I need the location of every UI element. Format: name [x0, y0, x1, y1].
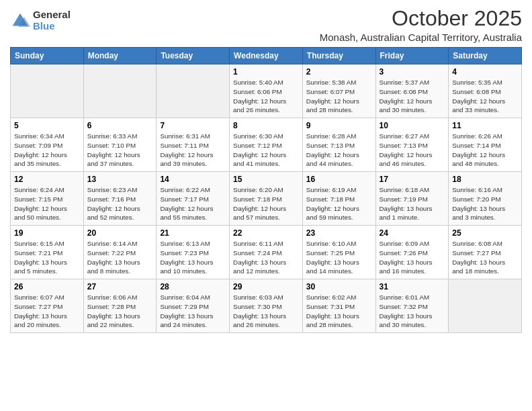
day-number: 24	[380, 228, 445, 238]
calendar-week-row: 1Sunrise: 5:40 AMSunset: 6:06 PMDaylight…	[11, 64, 522, 118]
day-info: Sunrise: 6:26 AMSunset: 7:14 PMDaylight:…	[452, 132, 518, 169]
table-row	[83, 64, 157, 118]
calendar-week-row: 19Sunrise: 6:15 AMSunset: 7:21 PMDayligh…	[11, 226, 522, 279]
table-row: 6Sunrise: 6:33 AMSunset: 7:10 PMDaylight…	[83, 118, 157, 172]
day-info: Sunrise: 6:04 AMSunset: 7:29 PMDaylight:…	[160, 293, 226, 330]
table-row: 2Sunrise: 5:38 AMSunset: 6:07 PMDaylight…	[302, 64, 375, 118]
calendar-week-row: 12Sunrise: 6:24 AMSunset: 7:15 PMDayligh…	[11, 172, 522, 226]
day-number: 10	[380, 121, 445, 130]
day-info: Sunrise: 6:27 AMSunset: 7:13 PMDaylight:…	[380, 132, 445, 169]
day-number: 12	[14, 175, 80, 184]
day-number: 20	[87, 228, 153, 238]
day-number: 4	[452, 67, 518, 77]
day-number: 3	[380, 67, 445, 77]
calendar-table: Sunday Monday Tuesday Wednesday Thursday…	[10, 47, 522, 333]
table-row: 24Sunrise: 6:09 AMSunset: 7:26 PMDayligh…	[375, 226, 449, 279]
day-info: Sunrise: 6:24 AMSunset: 7:15 PMDaylight:…	[14, 185, 80, 222]
day-info: Sunrise: 6:31 AMSunset: 7:11 PMDaylight:…	[160, 132, 226, 169]
table-row: 8Sunrise: 6:30 AMSunset: 7:12 PMDaylight…	[230, 118, 303, 172]
table-row: 13Sunrise: 6:23 AMSunset: 7:16 PMDayligh…	[83, 172, 157, 226]
col-friday: Friday	[375, 48, 449, 64]
col-tuesday: Tuesday	[157, 48, 230, 64]
table-row: 22Sunrise: 6:11 AMSunset: 7:24 PMDayligh…	[230, 226, 303, 279]
col-wednesday: Wednesday	[230, 48, 303, 64]
table-row: 25Sunrise: 6:08 AMSunset: 7:27 PMDayligh…	[449, 226, 522, 279]
day-number: 29	[233, 282, 299, 291]
day-info: Sunrise: 6:13 AMSunset: 7:23 PMDaylight:…	[160, 239, 226, 276]
table-row: 28Sunrise: 6:04 AMSunset: 7:29 PMDayligh…	[157, 279, 230, 333]
table-row: 9Sunrise: 6:28 AMSunset: 7:13 PMDaylight…	[302, 118, 375, 172]
logo-text: General Blue	[33, 9, 71, 32]
day-number: 2	[306, 67, 372, 77]
day-info: Sunrise: 6:11 AMSunset: 7:24 PMDaylight:…	[233, 239, 299, 276]
logo: General Blue	[10, 9, 71, 32]
day-number: 18	[452, 175, 518, 184]
day-number: 1	[233, 67, 299, 77]
day-info: Sunrise: 6:10 AMSunset: 7:25 PMDaylight:…	[306, 239, 372, 276]
table-row: 31Sunrise: 6:01 AMSunset: 7:32 PMDayligh…	[375, 279, 449, 333]
day-number: 25	[452, 228, 518, 238]
table-row: 11Sunrise: 6:26 AMSunset: 7:14 PMDayligh…	[449, 118, 522, 172]
table-row: 19Sunrise: 6:15 AMSunset: 7:21 PMDayligh…	[11, 226, 84, 279]
day-number: 6	[87, 121, 153, 130]
day-info: Sunrise: 6:30 AMSunset: 7:12 PMDaylight:…	[233, 132, 299, 169]
table-row	[449, 279, 522, 333]
main-title: October 2025	[320, 7, 522, 30]
table-row: 29Sunrise: 6:03 AMSunset: 7:30 PMDayligh…	[230, 279, 303, 333]
day-info: Sunrise: 6:03 AMSunset: 7:30 PMDaylight:…	[233, 293, 299, 330]
day-number: 17	[380, 175, 445, 184]
day-info: Sunrise: 6:16 AMSunset: 7:20 PMDaylight:…	[452, 185, 518, 222]
day-number: 8	[233, 121, 299, 130]
day-number: 5	[14, 121, 80, 130]
table-row: 10Sunrise: 6:27 AMSunset: 7:13 PMDayligh…	[375, 118, 449, 172]
day-info: Sunrise: 6:20 AMSunset: 7:18 PMDaylight:…	[233, 185, 299, 222]
table-row: 17Sunrise: 6:18 AMSunset: 7:19 PMDayligh…	[375, 172, 449, 226]
day-info: Sunrise: 6:01 AMSunset: 7:32 PMDaylight:…	[380, 293, 445, 330]
table-row: 12Sunrise: 6:24 AMSunset: 7:15 PMDayligh…	[11, 172, 84, 226]
title-block: October 2025 Monash, Australian Capital …	[320, 7, 522, 43]
col-thursday: Thursday	[302, 48, 375, 64]
table-row	[11, 64, 84, 118]
logo-general-label: General	[33, 9, 71, 21]
calendar-week-row: 5Sunrise: 6:34 AMSunset: 7:09 PMDaylight…	[11, 118, 522, 172]
header: General Blue October 2025 Monash, Austra…	[10, 7, 522, 43]
day-number: 19	[14, 228, 80, 238]
day-info: Sunrise: 6:02 AMSunset: 7:31 PMDaylight:…	[306, 293, 372, 330]
logo-icon	[10, 11, 30, 31]
day-info: Sunrise: 6:18 AMSunset: 7:19 PMDaylight:…	[380, 185, 445, 222]
table-row: 15Sunrise: 6:20 AMSunset: 7:18 PMDayligh…	[230, 172, 303, 226]
table-row: 18Sunrise: 6:16 AMSunset: 7:20 PMDayligh…	[449, 172, 522, 226]
day-number: 26	[14, 282, 80, 291]
day-info: Sunrise: 6:28 AMSunset: 7:13 PMDaylight:…	[306, 132, 372, 169]
table-row: 7Sunrise: 6:31 AMSunset: 7:11 PMDaylight…	[157, 118, 230, 172]
day-number: 16	[306, 175, 372, 184]
day-number: 21	[160, 228, 226, 238]
day-info: Sunrise: 6:34 AMSunset: 7:09 PMDaylight:…	[14, 132, 80, 169]
day-number: 31	[380, 282, 445, 291]
page: General Blue October 2025 Monash, Austra…	[0, 0, 532, 411]
day-info: Sunrise: 6:19 AMSunset: 7:18 PMDaylight:…	[306, 185, 372, 222]
day-info: Sunrise: 6:07 AMSunset: 7:27 PMDaylight:…	[14, 293, 80, 330]
table-row: 20Sunrise: 6:14 AMSunset: 7:22 PMDayligh…	[83, 226, 157, 279]
table-row: 4Sunrise: 5:35 AMSunset: 6:08 PMDaylight…	[449, 64, 522, 118]
day-info: Sunrise: 6:06 AMSunset: 7:28 PMDaylight:…	[87, 293, 153, 330]
table-row: 1Sunrise: 5:40 AMSunset: 6:06 PMDaylight…	[230, 64, 303, 118]
table-row: 5Sunrise: 6:34 AMSunset: 7:09 PMDaylight…	[11, 118, 84, 172]
table-row: 21Sunrise: 6:13 AMSunset: 7:23 PMDayligh…	[157, 226, 230, 279]
day-info: Sunrise: 6:33 AMSunset: 7:10 PMDaylight:…	[87, 132, 153, 169]
day-info: Sunrise: 5:40 AMSunset: 6:06 PMDaylight:…	[233, 78, 299, 115]
day-info: Sunrise: 5:38 AMSunset: 6:07 PMDaylight:…	[306, 78, 372, 115]
table-row: 3Sunrise: 5:37 AMSunset: 6:08 PMDaylight…	[375, 64, 449, 118]
day-number: 28	[160, 282, 226, 291]
calendar-week-row: 26Sunrise: 6:07 AMSunset: 7:27 PMDayligh…	[11, 279, 522, 333]
day-number: 22	[233, 228, 299, 238]
day-number: 9	[306, 121, 372, 130]
table-row: 16Sunrise: 6:19 AMSunset: 7:18 PMDayligh…	[302, 172, 375, 226]
day-info: Sunrise: 5:35 AMSunset: 6:08 PMDaylight:…	[452, 78, 518, 115]
day-info: Sunrise: 6:22 AMSunset: 7:17 PMDaylight:…	[160, 185, 226, 222]
day-number: 14	[160, 175, 226, 184]
day-info: Sunrise: 6:15 AMSunset: 7:21 PMDaylight:…	[14, 239, 80, 276]
day-number: 23	[306, 228, 372, 238]
day-number: 13	[87, 175, 153, 184]
day-info: Sunrise: 6:14 AMSunset: 7:22 PMDaylight:…	[87, 239, 153, 276]
